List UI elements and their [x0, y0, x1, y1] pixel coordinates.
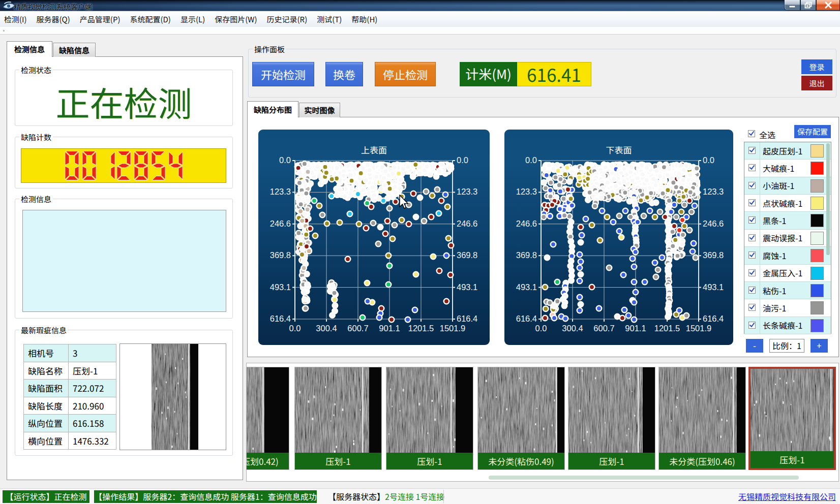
svg-text:600.7: 600.7: [347, 324, 368, 333]
svg-text:0.0: 0.0: [289, 324, 301, 333]
svg-text:369.8: 369.8: [703, 250, 724, 260]
svg-text:0.0: 0.0: [535, 324, 547, 333]
svg-text:493.1: 493.1: [457, 282, 477, 292]
svg-text:246.6: 246.6: [457, 219, 477, 228]
svg-text:369.8: 369.8: [457, 250, 477, 260]
svg-text:493.1: 493.1: [703, 282, 724, 292]
svg-text:1201.5: 1201.5: [654, 324, 680, 333]
svg-text:0.0: 0.0: [703, 155, 714, 165]
svg-text:246.6: 246.6: [703, 219, 724, 228]
svg-text:493.1: 493.1: [516, 282, 537, 292]
svg-text:369.8: 369.8: [270, 250, 291, 260]
svg-text:123.3: 123.3: [457, 187, 477, 196]
svg-text:616.4: 616.4: [703, 314, 724, 323]
svg-text:1201.5: 1201.5: [408, 324, 434, 333]
svg-text:901.1: 901.1: [379, 324, 400, 333]
svg-text:123.3: 123.3: [270, 187, 291, 196]
svg-text:600.7: 600.7: [593, 324, 614, 333]
svg-text:901.1: 901.1: [625, 324, 646, 333]
svg-text:0.0: 0.0: [525, 155, 537, 165]
svg-text:493.1: 493.1: [270, 282, 291, 292]
svg-text:1501.9: 1501.9: [686, 324, 711, 333]
svg-text:300.4: 300.4: [316, 324, 337, 333]
svg-text:123.3: 123.3: [516, 187, 537, 196]
svg-text:246.6: 246.6: [270, 219, 291, 228]
svg-text:369.8: 369.8: [516, 250, 537, 260]
svg-text:300.4: 300.4: [562, 324, 583, 333]
svg-text:616.4: 616.4: [270, 314, 291, 323]
svg-text:0.0: 0.0: [457, 155, 468, 165]
svg-text:246.6: 246.6: [516, 219, 537, 228]
svg-text:616.4: 616.4: [516, 314, 537, 323]
svg-text:0.0: 0.0: [279, 155, 291, 165]
svg-text:123.3: 123.3: [703, 187, 724, 196]
svg-text:1501.9: 1501.9: [440, 324, 465, 333]
svg-text:616.4: 616.4: [457, 314, 477, 323]
